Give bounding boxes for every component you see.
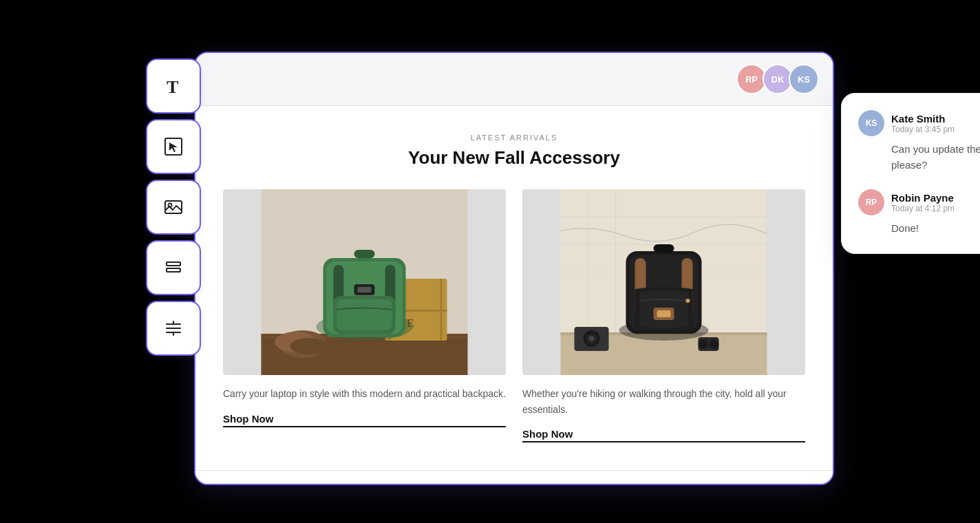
backpack-1-illustration: NE (223, 189, 506, 375)
chat-sender-2: Robin Payne (891, 192, 955, 204)
image-tool-button[interactable] (146, 180, 201, 235)
svg-point-47 (710, 339, 719, 349)
svg-rect-2 (165, 201, 182, 213)
chat-meta-1: Kate Smith Today at 3:45 pm (891, 113, 955, 134)
editor-footer (195, 470, 833, 484)
layout-icon (162, 257, 184, 279)
chat-time-2: Today at 4:12 pm (891, 204, 955, 213)
product-2-description: Whether you're hiking or walking through… (522, 386, 805, 417)
section-label: LATEST ARRIVALS (223, 134, 805, 142)
product-1-description: Carry your laptop in style with this mod… (223, 386, 506, 401)
text-icon: T (162, 75, 184, 97)
svg-rect-51 (654, 244, 674, 253)
chat-text-1: Can you update the wording please? (891, 142, 980, 173)
product-2-shop-now-link[interactable]: Shop Now (522, 428, 805, 442)
chat-panel: KS Kate Smith Today at 3:45 pm Can you u… (841, 93, 980, 254)
select-tool-button[interactable] (146, 119, 201, 174)
chat-time-1: Today at 3:45 pm (891, 125, 955, 134)
chat-sender-1: Kate Smith (891, 113, 955, 125)
chat-header-2: RP Robin Payne Today at 4:12 pm (858, 189, 980, 215)
svg-rect-5 (167, 268, 180, 272)
select-icon (162, 136, 184, 158)
svg-point-44 (589, 336, 595, 341)
svg-point-22 (290, 338, 329, 354)
product-card-1: NE (223, 189, 506, 442)
align-icon (162, 317, 184, 339)
chat-avatar-rp: RP (858, 189, 884, 215)
section-title: Your New Fall Accessory (223, 147, 805, 169)
chat-avatar-ks: KS (858, 110, 884, 136)
avatar-ks[interactable]: KS (789, 64, 819, 94)
product-image-2 (522, 189, 805, 375)
svg-rect-26 (354, 250, 375, 258)
chat-message-1: KS Kate Smith Today at 3:45 pm Can you u… (858, 110, 980, 173)
product-1-shop-now-link[interactable]: Shop Now (223, 413, 506, 427)
svg-point-58 (686, 299, 690, 303)
layout-tool-button[interactable] (146, 240, 201, 295)
product-image-1: NE (223, 189, 506, 375)
toolbar: T (146, 52, 201, 363)
svg-text:T: T (167, 77, 178, 97)
editor-header: RP DK KS (195, 53, 833, 106)
svg-rect-57 (657, 310, 671, 317)
svg-rect-30 (337, 299, 392, 330)
svg-point-46 (699, 339, 708, 349)
editor-panel: RP DK KS LATEST ARRIVALS Your New Fall A… (194, 52, 834, 485)
chat-message-2: RP Robin Payne Today at 4:12 pm Done! (858, 189, 980, 237)
chat-meta-2: Robin Payne Today at 4:12 pm (891, 192, 955, 213)
chat-header-1: KS Kate Smith Today at 3:45 pm (858, 110, 980, 136)
product-card-2: Whether you're hiking or walking through… (522, 189, 805, 442)
text-tool-button[interactable]: T (146, 58, 201, 114)
editor-content: LATEST ARRIVALS Your New Fall Accessory (195, 106, 833, 470)
image-icon (162, 196, 184, 218)
svg-rect-4 (167, 262, 180, 266)
products-grid: NE (223, 189, 805, 442)
avatar-group: RP DK KS (736, 64, 819, 94)
svg-rect-32 (358, 287, 372, 292)
backpack-2-illustration (522, 189, 805, 375)
chat-text-2: Done! (891, 221, 980, 237)
align-tool-button[interactable] (146, 301, 201, 356)
